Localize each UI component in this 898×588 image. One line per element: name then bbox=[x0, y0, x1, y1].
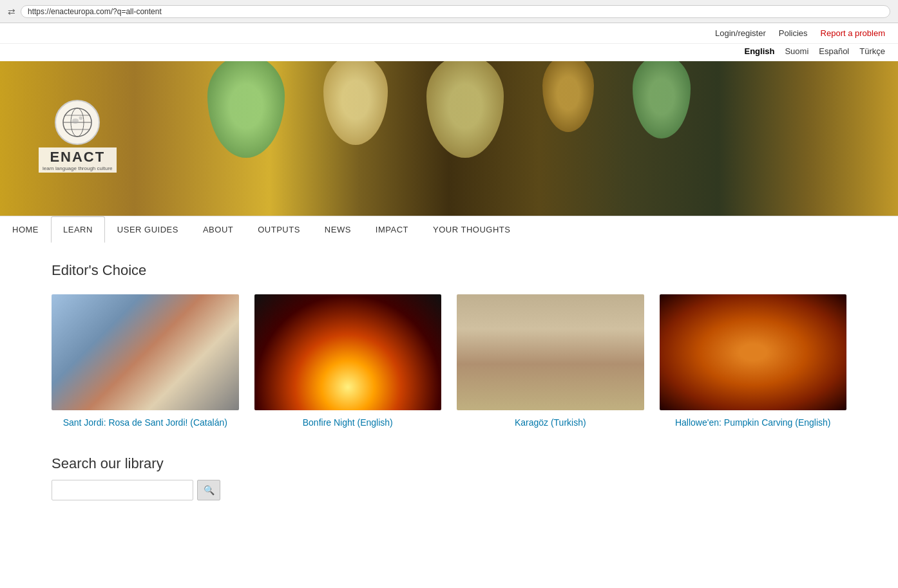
logo-name: ENACT bbox=[43, 149, 113, 166]
card-title-bonfire: Bonfire Night (English) bbox=[254, 417, 442, 430]
nav-outputs[interactable]: OUTPUTS bbox=[245, 216, 312, 243]
card-image-karagoz bbox=[457, 294, 644, 410]
nav-learn[interactable]: LEARN bbox=[51, 216, 105, 243]
search-row: 🔍 bbox=[52, 480, 846, 500]
lantern-decoration bbox=[0, 61, 898, 216]
lantern-5 bbox=[633, 61, 691, 138]
nav-user-guides[interactable]: USER GUIDES bbox=[105, 216, 191, 243]
card-karagoz[interactable]: Karagöz (Turkish) bbox=[457, 294, 644, 430]
address-bar[interactable]: https://enacteuropa.com/?q=all-content bbox=[21, 5, 890, 18]
card-sant-jordi[interactable]: Sant Jordi: Rosa de Sant Jordi! (Catalán… bbox=[52, 294, 239, 430]
card-image-sant-jordi bbox=[52, 294, 239, 410]
lantern-2 bbox=[323, 61, 388, 145]
report-link[interactable]: Report a problem bbox=[821, 28, 885, 38]
card-halloween[interactable]: Hallowe'en: Pumpkin Carving (English) bbox=[660, 294, 847, 430]
editors-choice-grid: Sant Jordi: Rosa de Sant Jordi! (Catalán… bbox=[52, 294, 846, 430]
nav-your-thoughts[interactable]: YOUR THOUGHTS bbox=[421, 216, 522, 243]
browser-controls: ⇄ bbox=[8, 6, 15, 17]
hero-banner: ENACT learn language through culture bbox=[0, 61, 898, 216]
lang-turkce[interactable]: Türkçe bbox=[859, 46, 885, 56]
search-button[interactable]: 🔍 bbox=[197, 480, 220, 500]
policies-link[interactable]: Policies bbox=[779, 28, 808, 38]
lang-english[interactable]: English bbox=[744, 46, 774, 56]
site-logo[interactable]: ENACT learn language through culture bbox=[39, 100, 117, 173]
card-title-karagoz: Karagöz (Turkish) bbox=[457, 417, 644, 430]
main-content: Editor's Choice Sant Jordi: Rosa de Sant… bbox=[0, 243, 898, 520]
card-image-bonfire bbox=[254, 294, 442, 410]
search-icon: 🔍 bbox=[204, 485, 215, 495]
logo-tagline: learn language through culture bbox=[43, 166, 113, 171]
search-input[interactable] bbox=[52, 480, 193, 500]
lantern-1 bbox=[207, 61, 285, 158]
language-bar: English Suomi Español Türkçe bbox=[0, 44, 898, 61]
search-title: Search our library bbox=[52, 455, 846, 472]
nav-home[interactable]: HOME bbox=[0, 216, 51, 243]
editors-choice-title: Editor's Choice bbox=[52, 262, 846, 279]
nav-news[interactable]: NEWS bbox=[312, 216, 363, 243]
lang-suomi[interactable]: Suomi bbox=[785, 46, 808, 56]
lantern-3 bbox=[426, 61, 504, 158]
nav-impact[interactable]: IMPACT bbox=[363, 216, 421, 243]
card-title-halloween: Hallowe'en: Pumpkin Carving (English) bbox=[660, 417, 847, 430]
card-title-sant-jordi: Sant Jordi: Rosa de Sant Jordi! (Catalán… bbox=[52, 417, 239, 430]
hero-background bbox=[0, 61, 898, 216]
lantern-4 bbox=[542, 61, 594, 132]
logo-globe bbox=[55, 100, 100, 145]
card-bonfire[interactable]: Bonfire Night (English) bbox=[254, 294, 442, 430]
main-navigation: HOME LEARN USER GUIDES ABOUT OUTPUTS NEW… bbox=[0, 216, 898, 243]
browser-bar: ⇄ https://enacteuropa.com/?q=all-content bbox=[0, 0, 898, 23]
search-section: Search our library 🔍 bbox=[52, 455, 846, 500]
logo-text-block: ENACT learn language through culture bbox=[39, 147, 117, 173]
login-link[interactable]: Login/register bbox=[715, 28, 766, 38]
nav-about[interactable]: ABOUT bbox=[191, 216, 245, 243]
lang-espanol[interactable]: Español bbox=[819, 46, 849, 56]
card-image-halloween bbox=[660, 294, 847, 410]
utility-bar: Login/register Policies Report a problem bbox=[0, 23, 898, 44]
